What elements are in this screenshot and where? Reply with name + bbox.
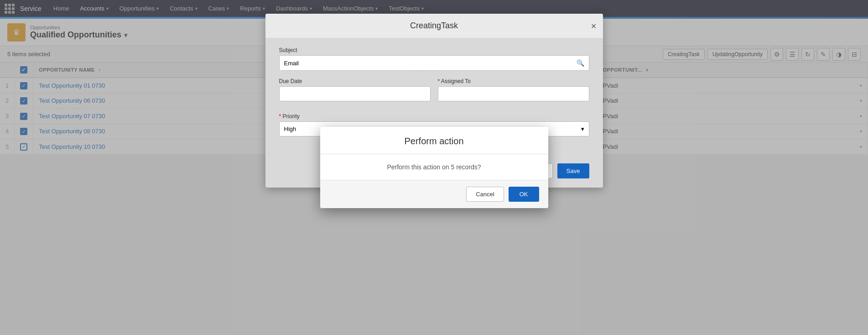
subject-label: Subject <box>279 47 589 53</box>
modal-title-bar: CreatingTask × <box>265 14 603 38</box>
close-button[interactable]: × <box>591 21 597 31</box>
subject-field-row: Subject 🔍 <box>279 47 589 71</box>
due-date-label: Due Date <box>279 78 431 84</box>
confirm-header: Perform action <box>320 127 548 154</box>
confirm-dialog: Perform action Perform this action on 5 … <box>320 127 548 155</box>
assigned-to-field-row: * Assigned To <box>438 78 589 101</box>
subject-input[interactable] <box>284 60 577 67</box>
due-date-assigned-row: Due Date * Assigned To <box>279 78 589 109</box>
chevron-down-icon: ▾ <box>581 126 584 132</box>
due-date-field-row: Due Date <box>279 78 431 101</box>
confirm-body: Perform this action on 5 records? <box>320 154 548 155</box>
search-icon: 🔍 <box>577 59 584 67</box>
due-date-input[interactable] <box>279 86 431 101</box>
subject-input-wrapper: 🔍 <box>279 55 589 71</box>
overlay-backdrop: CreatingTask × Subject 🔍 Due Date <box>0 0 868 155</box>
due-date-field[interactable] <box>284 90 426 97</box>
confirm-title: Perform action <box>404 136 463 146</box>
priority-label: * Priority <box>279 113 589 120</box>
assigned-to-field[interactable] <box>443 90 584 97</box>
assigned-to-label: * Assigned To <box>438 78 589 84</box>
assigned-to-input[interactable] <box>438 86 589 101</box>
modal-title: CreatingTask <box>410 21 458 30</box>
